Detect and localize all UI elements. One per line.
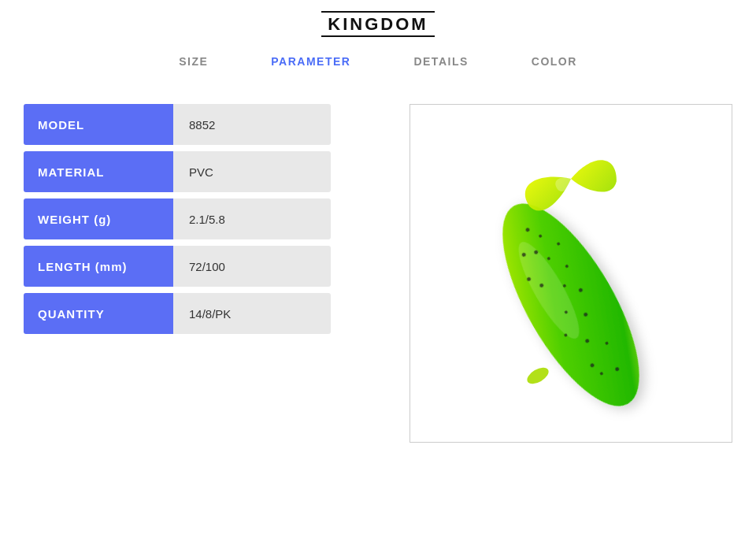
param-row-weight: WEIGHT (g) 2.1/5.8 — [24, 198, 362, 239]
page-wrapper: KINGDOM SIZE PARAMETER DETAILS COLOR MOD… — [0, 0, 756, 549]
tab-details[interactable]: DETAILS — [413, 50, 468, 72]
param-label-length: LENGTH (mm) — [24, 246, 173, 287]
tab-parameter[interactable]: PARAMETER — [271, 50, 350, 72]
nav-tabs: SIZE PARAMETER DETAILS COLOR — [0, 50, 756, 72]
logo-area: KINGDOM — [321, 14, 434, 35]
param-table: MODEL 8852 MATERIAL PVC WEIGHT (g) 2.1/5… — [24, 104, 362, 334]
param-value-length: 72/100 — [173, 246, 331, 287]
param-row-quantity: QUANTITY 14/8/PK — [24, 293, 362, 334]
param-value-material: PVC — [173, 151, 331, 192]
param-row-model: MODEL 8852 — [24, 104, 362, 145]
param-value-weight: 2.1/5.8 — [173, 198, 331, 239]
main-content: MODEL 8852 MATERIAL PVC WEIGHT (g) 2.1/5… — [24, 104, 732, 443]
param-label-quantity: QUANTITY — [24, 293, 173, 334]
logo-text: KINGDOM — [321, 11, 434, 37]
svg-point-21 — [524, 365, 551, 388]
tab-color[interactable]: COLOR — [532, 50, 577, 72]
param-value-model: 8852 — [173, 104, 331, 145]
param-label-material: MATERIAL — [24, 151, 173, 192]
param-row-material: MATERIAL PVC — [24, 151, 362, 192]
product-lure-image — [421, 116, 721, 431]
param-value-quantity: 14/8/PK — [173, 293, 331, 334]
param-label-weight: WEIGHT (g) — [24, 198, 173, 239]
tab-size[interactable]: SIZE — [179, 50, 208, 72]
param-label-model: MODEL — [24, 104, 173, 145]
param-row-length: LENGTH (mm) 72/100 — [24, 246, 362, 287]
product-image-area — [410, 104, 732, 443]
